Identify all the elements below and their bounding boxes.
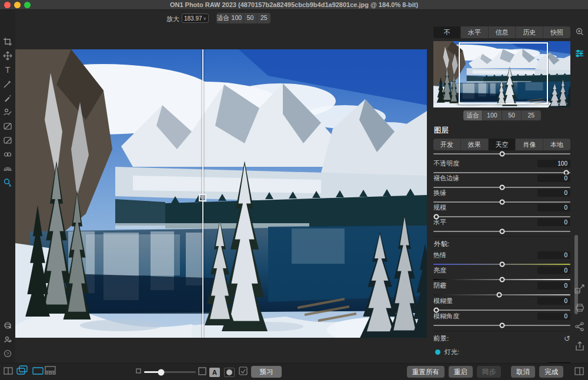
edit-mode-tab-3[interactable]: 天空 <box>489 139 516 150</box>
edit-mode-tab-group: 开发效果天空肖像本地 <box>433 139 570 150</box>
mask-view-circle-icon[interactable] <box>224 368 235 377</box>
slider-track[interactable] <box>433 294 570 295</box>
zoom-preset-1[interactable]: 适合 <box>216 13 230 23</box>
nav-zoom-preset-2[interactable]: 100 <box>483 110 502 120</box>
account-icon[interactable] <box>0 332 15 347</box>
slider-track[interactable] <box>433 172 570 173</box>
compare-view-icon[interactable] <box>4 366 14 376</box>
slider-value[interactable]: 0 <box>537 297 570 305</box>
compare-split-handle[interactable] <box>199 194 206 201</box>
appearance-header: 外貌: <box>434 240 570 248</box>
slider-value[interactable]: 0 <box>537 189 570 197</box>
reset-icon[interactable]: ↺ <box>564 335 570 342</box>
edit-mode-tab-2[interactable]: 效果 <box>461 139 489 150</box>
zoom-preset-2[interactable]: 100 <box>230 13 243 23</box>
panel-toggle-icon[interactable] <box>574 367 584 376</box>
slider-handle[interactable] <box>499 152 505 157</box>
slider-track[interactable] <box>433 153 570 154</box>
zoom-label: 放大 <box>166 15 179 23</box>
zoom-preset-4[interactable]: 25 <box>258 13 270 23</box>
panel-tab-2[interactable]: 水平 <box>461 26 489 38</box>
portrait-mask-tool[interactable] <box>0 105 15 119</box>
action-button-4[interactable]: 取消 <box>511 366 535 378</box>
slider-track[interactable] <box>433 310 570 311</box>
slider-label: 褪色边缘 <box>433 174 459 183</box>
slider-handle[interactable] <box>499 323 505 328</box>
zoom-preset-3[interactable]: 50 <box>244 13 258 23</box>
slider-row: 水平0 <box>433 218 570 233</box>
action-button-2[interactable]: 重启 <box>449 366 473 378</box>
edit-mode-tab-4[interactable]: 肖像 <box>516 139 543 150</box>
edit-mode-tab-5[interactable]: 本地 <box>543 139 570 150</box>
slider-value[interactable]: 0 <box>537 251 570 259</box>
nav-zoom-preset-3[interactable]: 50 <box>502 110 522 120</box>
slider-track[interactable] <box>433 264 570 265</box>
slider-value[interactable]: 0 <box>537 204 570 211</box>
mask-opacity-slider[interactable] <box>144 371 196 373</box>
slider-label: 模糊量 <box>433 297 453 305</box>
windows-view-icon[interactable] <box>16 365 28 376</box>
appearance-sliders-group: 热情0亮度0阴霾0模糊量0模糊角度0 <box>433 251 570 328</box>
single-view-icon[interactable] <box>32 366 44 376</box>
erase-adjust-tool[interactable] <box>0 133 15 147</box>
slider-track[interactable] <box>433 216 570 217</box>
navigator-viewport-rect[interactable] <box>459 42 548 105</box>
compare-split-line[interactable] <box>202 49 203 338</box>
light-color-dot-icon[interactable] <box>435 349 440 355</box>
slider-row: 规模0 <box>433 204 570 218</box>
print-icon[interactable] <box>574 302 585 313</box>
panel-tab-4[interactable]: 历史 <box>516 26 543 38</box>
blur-tool[interactable] <box>0 162 15 176</box>
help-icon[interactable]: ? <box>0 347 15 361</box>
foreground-header: 前景: <box>433 334 449 343</box>
slider-track[interactable] <box>433 201 570 203</box>
chevron-down-icon: ∨ <box>203 16 206 21</box>
sphere-extras-icon[interactable] <box>0 318 15 332</box>
zoom-value-dropdown[interactable]: 183.97 ∨ <box>182 14 209 23</box>
navigator[interactable] <box>433 41 570 107</box>
action-button-5[interactable]: 完成 <box>539 366 563 378</box>
photo-canvas[interactable] <box>15 49 427 338</box>
ai-mask-tool[interactable] <box>0 77 15 91</box>
transform-tool[interactable] <box>0 49 15 63</box>
share-icon[interactable] <box>574 321 585 332</box>
slider-value[interactable]: 0 <box>537 267 570 274</box>
local-adjust-tool[interactable] <box>0 119 15 133</box>
slider-row: 亮度0 <box>433 267 570 282</box>
view-zoom-tool-active[interactable] <box>0 176 15 190</box>
slider-value[interactable]: 0 <box>537 282 570 290</box>
export-icon[interactable] <box>574 341 585 351</box>
filmstrip-view-icon[interactable] <box>45 366 56 376</box>
adjustments-mixer-icon[interactable] <box>574 48 585 59</box>
panel-tab-1[interactable]: 不 <box>433 26 461 38</box>
clone-tool[interactable] <box>0 147 15 162</box>
soft-proof-checkbox-icon[interactable] <box>239 366 248 376</box>
slider-value[interactable]: 0 <box>537 312 570 320</box>
slider-track[interactable] <box>433 187 570 188</box>
slider-handle[interactable] <box>499 229 505 234</box>
crop-tool[interactable] <box>0 35 15 49</box>
slider-row: 模糊量0 <box>433 297 570 312</box>
text-tool[interactable]: T <box>0 63 15 77</box>
panel-tab-5[interactable]: 快照 <box>543 26 570 38</box>
mask-opacity-handle[interactable] <box>158 369 165 375</box>
slider-value[interactable]: 0 <box>537 174 570 182</box>
slider-track[interactable] <box>433 325 570 326</box>
edit-mode-tab-1[interactable]: 开发 <box>433 139 461 150</box>
slider-track[interactable] <box>433 279 570 280</box>
divider <box>433 331 570 331</box>
slider-value[interactable]: 0 <box>537 218 570 226</box>
slider-row: 阴霾0 <box>433 282 570 297</box>
mask-view-square-icon[interactable] <box>198 367 206 376</box>
slider-track[interactable] <box>433 231 570 232</box>
brush-tool[interactable] <box>0 91 15 105</box>
ai-resize-icon[interactable]: AI <box>574 284 585 294</box>
action-button-1[interactable]: 重置所有 <box>407 366 445 378</box>
mask-view-a-icon[interactable]: A <box>209 368 220 377</box>
panel-tab-3[interactable]: 信息 <box>489 26 516 38</box>
slider-value[interactable]: 100 <box>537 160 570 167</box>
nav-zoom-preset-4[interactable]: 25 <box>522 110 540 120</box>
nav-zoom-preset-1[interactable]: 适合 <box>463 110 483 120</box>
preview-button[interactable]: 预习 <box>251 366 282 378</box>
navigator-magnifier-icon[interactable] <box>574 27 585 38</box>
